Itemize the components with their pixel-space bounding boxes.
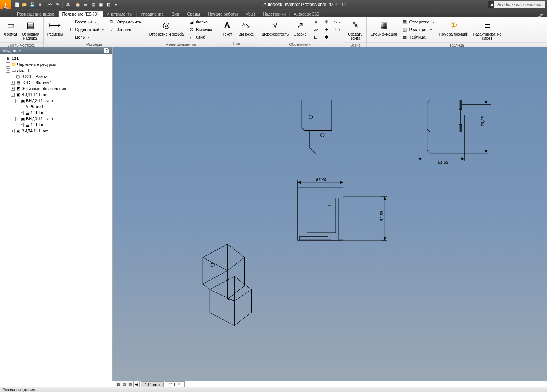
balloon-button[interactable]: ① Номера позиций bbox=[438, 19, 470, 37]
text-button[interactable]: A Текст bbox=[219, 19, 235, 37]
drawing-canvas[interactable]: 61,59 78,28 67,49 61,59 bbox=[113, 47, 547, 381]
parts-list-label: Спецификация bbox=[370, 32, 397, 36]
general-table-button[interactable]: ▦Таблица bbox=[400, 34, 436, 40]
punch-button[interactable]: ⊙Высечка bbox=[187, 26, 214, 33]
baseline-button[interactable]: ⊢Базовый▼ bbox=[66, 19, 106, 25]
qat-undo-icon[interactable]: ↶ bbox=[47, 1, 53, 8]
qat-save-as-icon[interactable]: 🗎 bbox=[36, 1, 43, 8]
tab-env[interactable]: Среды bbox=[183, 11, 204, 17]
tree-sketch1[interactable]: ✎Эскиз1 bbox=[1, 104, 111, 110]
expander-icon[interactable]: + bbox=[11, 129, 15, 133]
main-caption-button[interactable]: ▤ Основная надпись bbox=[20, 19, 41, 41]
tree-iam2[interactable]: +⬓111.iam bbox=[1, 122, 111, 128]
tree-view2[interactable]: −▣ВИД2:111.iam bbox=[1, 98, 111, 104]
sym7-button[interactable]: ↘▼ bbox=[333, 19, 342, 25]
tree-sheet[interactable]: −▭Лист:1 bbox=[1, 67, 111, 73]
retrieve-button[interactable]: ⤴Извлечь bbox=[107, 26, 142, 33]
sym8-button[interactable]: ⊥▼ bbox=[333, 26, 342, 33]
model-tree[interactable]: 🗎111 +📁Чертежные ресурсы −▭Лист:1 ▢ГОСТ … bbox=[0, 54, 112, 381]
tab-vault[interactable]: Vault bbox=[242, 11, 259, 17]
tab-addins[interactable]: Надстройки bbox=[259, 11, 290, 17]
tab-tools[interactable]: Инструменты bbox=[103, 11, 137, 17]
sym3-button[interactable]: ⊡ bbox=[311, 34, 320, 40]
qat-extra1-icon[interactable]: ▦ bbox=[90, 1, 96, 8]
tree-view3[interactable]: −▣ВИД3:111.iam bbox=[1, 116, 111, 122]
panel-title-text: Модель bbox=[2, 48, 17, 53]
sym7-icon: ↘▼ bbox=[334, 19, 340, 25]
welding-button[interactable]: ↗ Сварка bbox=[292, 19, 308, 37]
tabs-overflow-icon[interactable]: ◻▾ bbox=[538, 12, 543, 17]
tab-getting-started[interactable]: Начало работы bbox=[204, 11, 242, 17]
expander-icon[interactable]: − bbox=[15, 99, 19, 103]
expander-icon[interactable]: + bbox=[6, 62, 10, 67]
sym4-button[interactable]: ⊕ bbox=[322, 19, 331, 25]
qat-extra3-icon[interactable]: ◧ bbox=[105, 1, 112, 8]
group-feature-label: Метки элементов bbox=[145, 42, 216, 47]
ribbon-group-table: ▦ Спецификация ▤Отверстие▼ ▥Редакция▼ ▦Т… bbox=[367, 17, 547, 47]
sym6-button[interactable]: ✱ bbox=[322, 34, 331, 40]
doc-tab-close-icon[interactable]: ✕ bbox=[177, 383, 180, 386]
ribbon-group-sheet: ▭ Формат ▤ Основная надпись Листы чертеж… bbox=[0, 17, 44, 47]
sym1-button[interactable]: ⌖ bbox=[311, 19, 320, 25]
tree-view1[interactable]: −▣ВИД1:111.iam bbox=[1, 92, 111, 98]
tree-sketch-symbols[interactable]: +◩Эскизные обозначения bbox=[1, 86, 111, 92]
dimension-button[interactable]: ⟼ Размеры bbox=[46, 19, 65, 37]
surface-button[interactable]: √ Шероховатость bbox=[260, 19, 291, 37]
leader-icon: ᴬ↘ bbox=[240, 19, 252, 31]
general-table-label: Таблица bbox=[409, 35, 425, 39]
sym5-button[interactable]: + bbox=[322, 26, 331, 33]
sym2-button[interactable]: ▱ bbox=[311, 26, 320, 33]
expander-icon[interactable]: + bbox=[20, 111, 24, 115]
svg-line-28 bbox=[203, 257, 227, 271]
tab-a360[interactable]: Autodesk 360 bbox=[290, 11, 323, 17]
expander-icon[interactable]: + bbox=[11, 87, 15, 91]
qat-save-icon[interactable]: 💾 bbox=[29, 1, 36, 8]
doc-tab-iam[interactable]: 111.iam bbox=[141, 381, 164, 387]
qat-down-caret-icon[interactable]: ▾ bbox=[112, 1, 119, 8]
tab-manage[interactable]: Управление bbox=[137, 11, 168, 17]
tree-gost-frame[interactable]: ▢ГОСТ - Рамка bbox=[1, 73, 111, 79]
leader-button[interactable]: ᴬ↘ Выноска bbox=[237, 19, 255, 37]
ordinate-button[interactable]: ⊥Ординатный▼ bbox=[66, 26, 106, 33]
qat-open-icon[interactable]: 📂 bbox=[21, 1, 28, 8]
tree-iam[interactable]: +⬓111.iam bbox=[1, 110, 111, 116]
chamfer-button[interactable]: ◢Фаска bbox=[187, 19, 214, 25]
search-input[interactable]: Введите ключевое сло bbox=[494, 1, 545, 8]
qat-extra2-icon[interactable]: ▣ bbox=[97, 1, 104, 8]
hole-table-button[interactable]: ▤Отверстие▼ bbox=[400, 19, 436, 25]
expander-icon[interactable]: − bbox=[6, 68, 10, 73]
format-button[interactable]: ▭ Формат bbox=[2, 19, 19, 37]
qat-print-icon[interactable]: 🖶 bbox=[64, 1, 71, 8]
hole-thread-button[interactable]: ◎ Отверстие и резьба bbox=[148, 19, 185, 37]
edit-layers-button[interactable]: ≣ Редактирование слоев bbox=[471, 19, 503, 41]
doc-tab-111[interactable]: 111✕ bbox=[165, 381, 184, 387]
ribbon-extras: ◻▾ bbox=[538, 12, 547, 17]
revision-button[interactable]: ▥Редакция▼ bbox=[400, 26, 436, 33]
expander-icon[interactable]: − bbox=[11, 93, 15, 97]
create-sketch-label: Создать эскиз bbox=[348, 32, 362, 40]
group-text-label: Текст bbox=[216, 41, 257, 47]
view-icon: ▣ bbox=[16, 92, 21, 97]
expander-icon[interactable]: + bbox=[20, 123, 24, 127]
qat-select-icon[interactable]: ▭ bbox=[82, 1, 89, 8]
qat-redo-icon[interactable]: ↷ bbox=[54, 1, 61, 8]
qat-home-icon[interactable]: 🏠 bbox=[75, 1, 81, 8]
parts-list-button[interactable]: ▦ Спецификация bbox=[369, 19, 398, 37]
panel-close-icon[interactable]: ✕ bbox=[107, 47, 111, 51]
bend-button[interactable]: ⌐Сгиб bbox=[187, 34, 214, 40]
arrange-button[interactable]: ⇅Упорядочить bbox=[107, 19, 142, 25]
tree-view4[interactable]: +▣ВИД4:111.iam bbox=[1, 128, 111, 134]
expander-icon[interactable]: + bbox=[11, 81, 15, 85]
expander-icon[interactable]: − bbox=[15, 117, 19, 121]
chain-button[interactable]: ⋯Цепь▼ bbox=[66, 34, 106, 40]
qat-new-icon[interactable]: 📄 bbox=[14, 1, 20, 8]
tab-placement[interactable]: Размещение видов bbox=[13, 11, 59, 17]
retrieve-icon: ⤴ bbox=[109, 26, 115, 33]
tree-gost-form[interactable]: +▤ГОСТ - Форма 1 bbox=[1, 79, 111, 86]
tree-root[interactable]: 🗎111 bbox=[1, 55, 111, 61]
tab-view[interactable]: Вид bbox=[168, 11, 183, 17]
tab-annotation[interactable]: Пояснение (ESKD) bbox=[59, 11, 103, 17]
create-sketch-button[interactable]: ✎ Создать эскиз bbox=[347, 19, 364, 41]
tree-drawing-res[interactable]: +📁Чертежные ресурсы bbox=[1, 61, 111, 67]
search-prev-icon[interactable]: ◀ bbox=[488, 1, 494, 8]
